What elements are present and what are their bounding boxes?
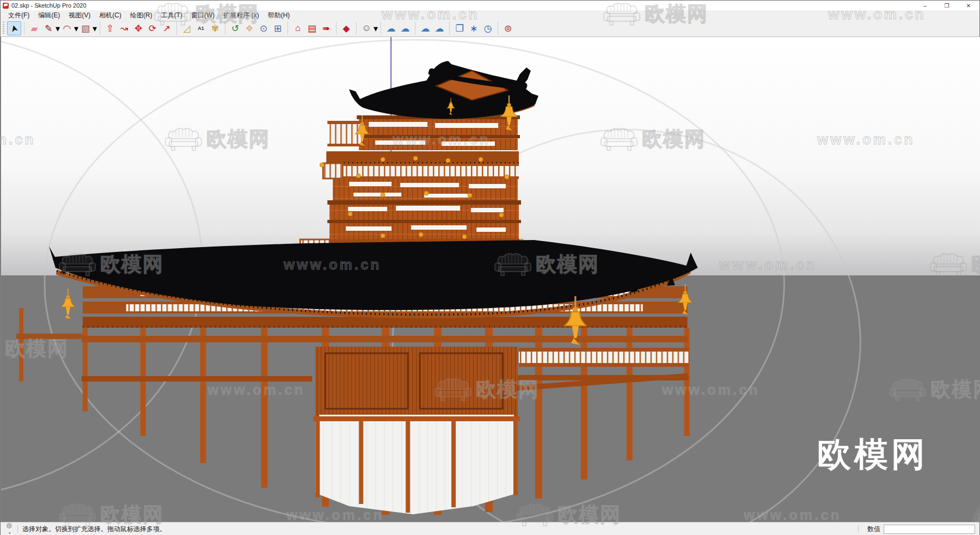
select-tool[interactable]: ➤ <box>7 21 21 35</box>
line-tool[interactable]: ✎ <box>41 21 56 35</box>
close-button[interactable]: ✕ <box>958 1 979 10</box>
text-tool[interactable]: A1 <box>194 21 208 35</box>
restore-button[interactable]: ❐ <box>936 1 958 10</box>
zoom-extents-tool[interactable]: ⊞ <box>271 21 285 35</box>
minimize-button[interactable]: – <box>914 1 936 10</box>
move-tool[interactable]: ✥ <box>131 21 145 35</box>
component-icon[interactable]: ◆ <box>339 21 353 35</box>
followme-tool[interactable]: ↝ <box>117 21 131 35</box>
status-bar: ◍◔ 选择对象。切换到扩充选择。拖动鼠标选择多项。 数值 <box>1 522 979 535</box>
menu-item-edit[interactable]: 编辑(E) <box>34 10 64 21</box>
cloud-download-icon[interactable]: ☁ <box>418 21 432 35</box>
pan-tool-glyph: ❖ <box>245 23 253 34</box>
timer-icon-glyph: ◷ <box>484 23 492 34</box>
followme-tool-glyph: ↝ <box>120 23 128 34</box>
toolbar-group-6: ◆ <box>338 21 355 35</box>
user-account-icon-glyph: ☺ <box>362 23 371 34</box>
geolocation-tool-icon[interactable]: ⊚ <box>501 21 515 35</box>
scale-tool[interactable]: ↗ <box>160 21 174 35</box>
toolbar-separator <box>498 22 498 35</box>
zoom-tool[interactable]: ⊙ <box>256 21 271 35</box>
arc-tool[interactable]: ◠ <box>60 21 74 35</box>
send-to-layout-icon[interactable]: ❐ <box>452 21 467 35</box>
pushpull-tool[interactable]: ⇧ <box>103 21 117 35</box>
status-hint: 选择对象。切换到扩充选择。拖动鼠标选择多项。 <box>22 525 166 534</box>
menu-item-window[interactable]: 窗口(W) <box>187 10 219 21</box>
toolbar-group-0: ➤ <box>5 21 23 35</box>
menu-item-tools[interactable]: 工具(T) <box>157 10 187 21</box>
timer-icon[interactable]: ◷ <box>481 21 495 35</box>
geolocation-tool-icon-glyph: ⊚ <box>504 23 512 34</box>
toolbar-group-8: ☁☁ <box>382 21 414 35</box>
toolbar-separator <box>336 22 336 35</box>
tape-measure-tool-glyph: ◿ <box>183 23 191 34</box>
toolbar-group-11: ⊚ <box>499 21 517 35</box>
toolbar-group-4: ↺❖⊙⊞ <box>226 21 286 35</box>
measurements-label: 数值 <box>867 525 880 534</box>
zoom-tool-glyph: ⊙ <box>260 23 267 34</box>
menu-item-camera[interactable]: 相机(C) <box>95 10 126 21</box>
status-help-icon[interactable]: ◔ <box>5 529 13 535</box>
generate-report-icon-glyph: ∗ <box>470 23 477 34</box>
menu-item-extensions[interactable]: 扩展程序 (x) <box>219 10 263 21</box>
menu-item-view[interactable]: 视图(V) <box>64 10 95 21</box>
orbit-tool-glyph: ↺ <box>231 23 239 34</box>
menu-item-file[interactable]: 文件(F) <box>4 10 34 21</box>
select-tool-glyph: ➤ <box>8 23 21 33</box>
toolbar-grip[interactable] <box>3 22 4 35</box>
pushpull-tool-glyph: ⇧ <box>106 23 114 34</box>
toolbar-group-3: ◿A1✾ <box>178 21 224 35</box>
toolbar-separator <box>381 22 381 35</box>
rectangle-tool-glyph: ▧ <box>81 23 90 34</box>
cloud-download-icon-glyph: ☁ <box>421 23 430 34</box>
toolbar-group-10: ❐∗◷ <box>451 21 497 35</box>
eraser-tool[interactable]: ▰ <box>27 21 41 35</box>
share-model-icon-glyph: ▤ <box>308 23 316 34</box>
model-viewport[interactable] <box>1 37 980 522</box>
toolbar-group-5: ⌂▤➠ <box>289 21 335 35</box>
toolbar-separator <box>100 22 100 35</box>
rotate-tool-glyph: ⟳ <box>149 23 156 34</box>
toolbar-group-7: ☺▾ <box>358 21 379 35</box>
user-account-icon-dropdown[interactable]: ▾ <box>373 23 378 34</box>
measurements-input[interactable] <box>884 525 975 534</box>
component-icon-glyph: ◆ <box>343 23 350 34</box>
menu-item-draw[interactable]: 绘图(R) <box>126 10 157 21</box>
extension-warehouse-icon-glyph: ➠ <box>322 23 330 34</box>
send-to-layout-icon-glyph: ❐ <box>456 23 464 34</box>
extension-warehouse-icon[interactable]: ➠ <box>319 21 333 35</box>
status-geo-icon[interactable]: ◍ <box>5 521 13 529</box>
rectangle-tool-dropdown[interactable]: ▾ <box>93 23 97 34</box>
connect-share-icon[interactable]: ☁ <box>398 21 412 35</box>
menu-item-help[interactable]: 帮助(H) <box>264 10 295 21</box>
toolbar-separator <box>24 22 24 35</box>
scale-tool-glyph: ↗ <box>163 23 170 34</box>
generate-report-icon[interactable]: ∗ <box>467 21 481 35</box>
rotate-tool[interactable]: ⟳ <box>145 21 160 35</box>
window-title: 02.skp - SketchUp Pro 2020 <box>11 2 87 9</box>
connect-share-icon-glyph: ☁ <box>401 23 410 34</box>
paint-bucket-tool[interactable]: ✾ <box>208 21 222 35</box>
toolbar-group-2: ⇧↝✥⟳↗ <box>101 21 175 35</box>
arc-tool-glyph: ◠ <box>63 23 71 34</box>
status-separator-right <box>858 525 859 533</box>
user-account-icon[interactable]: ☺ <box>359 21 373 35</box>
move-tool-glyph: ✥ <box>134 23 142 34</box>
status-icons: ◍◔ <box>1 521 13 535</box>
cloud-list-icon-glyph: ☁ <box>435 23 444 34</box>
3d-warehouse-icon-glyph: ⌂ <box>295 23 301 34</box>
3d-warehouse-icon[interactable]: ⌂ <box>291 21 305 35</box>
sketchup-window: 02.skp - SketchUp Pro 2020 –❐✕ 文件(F)编辑(E… <box>0 0 980 535</box>
share-model-icon[interactable]: ▤ <box>305 21 319 35</box>
trimble-connect-icon[interactable]: ☁ <box>384 21 398 35</box>
toolbar: ➤▰✎▾◠▾▧▾⇧↝✥⟳↗◿A1✾↺❖⊙⊞⌂▤➠◆☺▾☁☁☁☁❐∗◷⊚ <box>1 20 979 37</box>
rectangle-tool[interactable]: ▧ <box>78 21 93 35</box>
pan-tool[interactable]: ❖ <box>242 21 256 35</box>
toolbar-separator <box>356 22 357 35</box>
arc-tool-dropdown[interactable]: ▾ <box>74 23 78 34</box>
toolbar-separator <box>176 22 177 35</box>
tape-measure-tool[interactable]: ◿ <box>180 21 194 35</box>
orbit-tool[interactable]: ↺ <box>228 21 242 35</box>
line-tool-dropdown[interactable]: ▾ <box>56 23 60 34</box>
cloud-list-icon[interactable]: ☁ <box>432 21 446 35</box>
